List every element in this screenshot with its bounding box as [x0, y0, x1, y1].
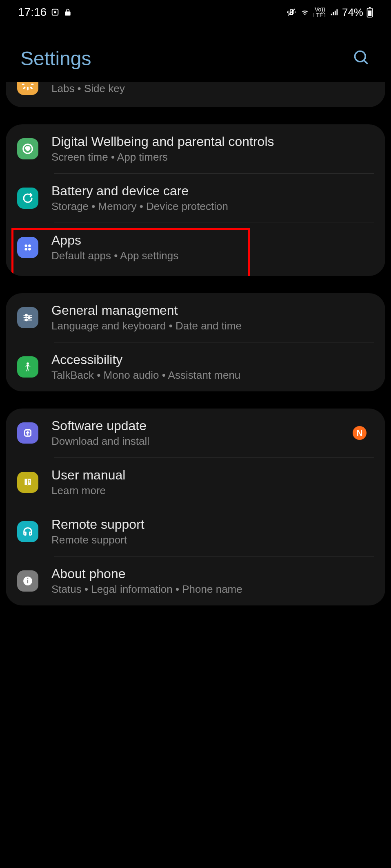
item-subtitle: TalkBack • Mono audio • Assistant menu	[51, 369, 374, 382]
vibrate-mute-icon	[287, 7, 296, 17]
status-left: 17:16	[18, 6, 72, 19]
svg-point-19	[27, 362, 29, 365]
item-title: Accessibility	[51, 352, 374, 367]
settings-group-info: Software update Download and install N ?…	[6, 409, 385, 605]
wifi-icon	[300, 8, 310, 17]
settings-item-accessibility[interactable]: Accessibility TalkBack • Mono audio • As…	[6, 342, 385, 391]
item-title: Software update	[51, 418, 353, 433]
battery-percent: 74%	[342, 6, 363, 19]
settings-item-battery-care[interactable]: Battery and device care Storage • Memory…	[6, 174, 385, 223]
settings-group-system: General management Language and keyboard…	[6, 293, 385, 391]
general-management-icon	[17, 307, 38, 328]
settings-item-general-management[interactable]: General management Language and keyboard…	[6, 293, 385, 342]
item-title: Digital Wellbeing and parental controls	[51, 134, 374, 149]
svg-point-10	[28, 244, 31, 247]
svg-point-18	[25, 319, 27, 321]
item-subtitle: Screen time • App timers	[51, 151, 374, 163]
item-subtitle: Labs • Side key	[51, 82, 374, 95]
software-update-icon	[17, 422, 38, 444]
item-subtitle: Storage • Memory • Device protection	[51, 200, 374, 213]
settings-item-wellbeing[interactable]: Digital Wellbeing and parental controls …	[6, 124, 385, 173]
item-subtitle: Status • Legal information • Phone name	[51, 583, 374, 596]
item-subtitle: Remote support	[51, 534, 374, 546]
settings-item-software-update[interactable]: Software update Download and install N	[6, 409, 385, 457]
svg-point-16	[25, 314, 27, 316]
advanced-features-icon	[17, 82, 38, 95]
settings-item-apps[interactable]: Apps Default apps • App settings	[6, 223, 385, 276]
accessibility-icon	[17, 356, 38, 378]
apps-icon	[17, 237, 38, 258]
item-subtitle: Download and install	[51, 435, 353, 448]
remote-support-icon	[17, 521, 38, 542]
volte-indicator: Vo)) LTE1	[313, 7, 327, 18]
svg-point-9	[24, 244, 27, 247]
item-subtitle: Default apps • App settings	[51, 250, 374, 262]
settings-item-advanced-features[interactable]: Labs • Side key	[6, 82, 385, 107]
settings-item-remote-support[interactable]: Remote support Remote support	[6, 507, 385, 556]
status-time: 17:16	[18, 6, 47, 19]
status-right: Vo)) LTE1 74%	[287, 6, 373, 19]
settings-header: Settings	[0, 23, 391, 82]
item-title: Apps	[51, 233, 374, 248]
svg-rect-4	[369, 7, 371, 8]
battery-care-icon	[17, 188, 38, 209]
wellbeing-icon	[17, 138, 38, 159]
item-subtitle: Language and keyboard • Date and time	[51, 320, 374, 332]
svg-point-6	[355, 51, 366, 62]
item-title: Battery and device care	[51, 183, 374, 199]
settings-group-device: Digital Wellbeing and parental controls …	[6, 124, 385, 276]
item-title: User manual	[51, 468, 374, 483]
item-title: Remote support	[51, 517, 374, 532]
signal-icon	[330, 8, 339, 17]
status-bar: 17:16 Vo)) LTE1 74%	[0, 0, 391, 23]
svg-point-24	[27, 578, 29, 579]
svg-point-11	[24, 248, 27, 251]
about-phone-icon	[17, 570, 38, 592]
lock-icon	[64, 7, 72, 17]
svg-point-12	[28, 248, 31, 251]
page-title: Settings	[20, 47, 91, 70]
notification-badge: N	[353, 426, 367, 440]
item-title: About phone	[51, 566, 374, 581]
svg-rect-5	[368, 11, 372, 16]
battery-icon	[367, 7, 373, 18]
settings-item-user-manual[interactable]: ? User manual Learn more	[6, 458, 385, 507]
search-icon[interactable]	[353, 49, 371, 68]
svg-rect-23	[27, 580, 28, 583]
svg-text:?: ?	[28, 479, 30, 484]
user-manual-icon: ?	[17, 472, 38, 493]
notification-icon-1	[51, 8, 60, 17]
svg-line-7	[364, 60, 368, 64]
item-subtitle: Learn more	[51, 484, 374, 497]
svg-point-17	[28, 317, 30, 319]
svg-point-1	[54, 11, 56, 13]
item-title: General management	[51, 303, 374, 318]
settings-item-about-phone[interactable]: About phone Status • Legal information •…	[6, 557, 385, 605]
settings-group-advanced: Labs • Side key	[6, 82, 385, 107]
